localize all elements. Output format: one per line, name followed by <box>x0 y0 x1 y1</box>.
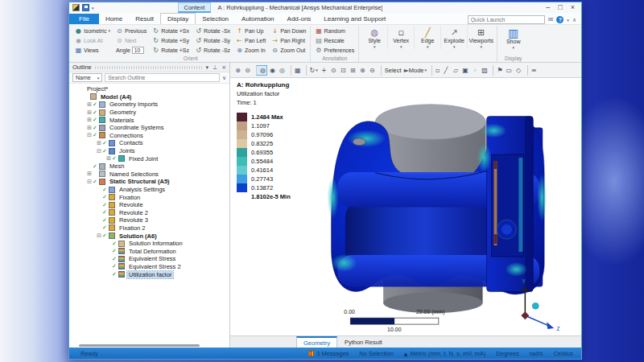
pan-left-button[interactable]: ← Pan Left <box>234 35 267 45</box>
zoom-out-button[interactable]: ⊖ Zoom Out <box>270 45 308 55</box>
style-dropdown[interactable]: ◍ Style <box>361 26 388 49</box>
select-nodes-icon[interactable]: ◦ <box>470 65 479 76</box>
panel-dropdown-icon[interactable]: ▾ <box>206 64 209 71</box>
scrollbar-thumb[interactable] <box>79 344 200 347</box>
tree-item[interactable]: ⊞ ✓ Geometry Imports <box>69 101 229 109</box>
tab-home[interactable]: Home <box>99 14 129 24</box>
magnify-out-icon[interactable]: ⊖ <box>368 65 377 76</box>
select-elements-icon[interactable]: ▨ <box>480 65 489 76</box>
expander-icon[interactable]: ⊞ <box>86 101 93 108</box>
tree-utilization-factor[interactable]: ✓ Utilization factor <box>69 270 229 278</box>
outline-search-input[interactable] <box>105 73 220 82</box>
tab-result[interactable]: Result <box>129 14 160 24</box>
tree-item[interactable]: ⊞ ✓ Geometry <box>69 109 229 117</box>
pin-icon[interactable]: ⊥ <box>213 64 217 71</box>
zoom-fit-icon[interactable]: ⊖ <box>243 65 252 76</box>
tree-item[interactable]: ⊟ ✓ Connections <box>69 132 229 140</box>
expander-icon[interactable]: ⊟ <box>86 179 93 185</box>
tree-item[interactable]: ⊟ ✓ Solution (A6) <box>69 232 229 240</box>
expander-icon[interactable]: ⊞ <box>96 140 102 146</box>
tree-item[interactable]: ⊞ ✓ Fixed Joint <box>69 154 229 162</box>
tab-selection[interactable]: Selection <box>196 14 235 24</box>
manage-views-icon[interactable]: ▭ <box>505 65 514 76</box>
pan-mode-icon[interactable]: + <box>320 65 328 76</box>
angle-input-row[interactable]: Angle 10 <box>114 45 148 55</box>
tree-item[interactable]: ⊟ ✓ Joints <box>69 147 229 155</box>
tree-project[interactable]: Project* <box>69 85 229 93</box>
show-dropdown[interactable]: ▥ Show <box>500 26 526 50</box>
expander-icon[interactable]: ⊞ <box>86 125 93 131</box>
tab-display[interactable]: Display <box>160 13 196 24</box>
select-bodies-icon[interactable]: ▣ <box>460 65 469 76</box>
shaded-exterior-edges-icon[interactable]: ◍ <box>256 65 267 76</box>
rotate-plus-sz-button[interactable]: ↻ Rotate +Sz <box>151 45 191 55</box>
rotate-minus-sx-button[interactable]: ↺ Rotate -Sx <box>193 26 232 35</box>
look-at-button[interactable]: ◉ Look At <box>73 35 112 45</box>
tree-item[interactable]: ⊞ ✓ Coordinate Systems <box>69 124 229 132</box>
pan-down-button[interactable]: ↓ Pan Down <box>270 26 308 35</box>
panel-drag-handle[interactable] <box>95 66 202 69</box>
annotation-preferences-button[interactable]: ⚙ Preferences <box>313 45 356 55</box>
close-button[interactable]: × <box>571 4 575 11</box>
rotate-mode-icon[interactable]: ↻ <box>306 65 319 76</box>
context-tab[interactable]: Context <box>178 2 212 13</box>
show-mesh-icon[interactable]: ▦ <box>291 65 302 76</box>
tree-item[interactable]: ⊟ ✓ Static Structural (A5) <box>69 178 229 186</box>
wireframe-toggle-icon[interactable]: ◇ <box>514 65 523 76</box>
select-vertices-icon[interactable]: ▫ <box>431 65 440 76</box>
explode-dropdown[interactable]: ↗ Explode <box>441 26 468 49</box>
select-label[interactable]: Select <box>381 65 402 76</box>
temperature-status[interactable]: Celsius <box>553 350 573 357</box>
rotate-minus-sy-button[interactable]: ↺ Rotate -Sy <box>193 35 232 45</box>
tree-item[interactable]: ✓ Equivalent Stress <box>69 255 229 263</box>
tree-item[interactable]: ✓ Equivalent Stress 2 <box>69 263 229 271</box>
rescale-annotation-button[interactable]: ▤ Rescale <box>313 35 356 45</box>
units-button[interactable]: ▲ Metric (mm, t, N, s, mV, mA) <box>404 350 486 357</box>
label-annotation-icon[interactable]: ⚑ <box>493 65 503 76</box>
legend-toggle-icon[interactable]: ≡ <box>527 65 538 76</box>
tab-geometry[interactable]: Geometry <box>296 336 337 348</box>
tab-add-ons[interactable]: Add-ons <box>281 14 318 24</box>
rotate-minus-sz-button[interactable]: ↺ Rotate -Sz <box>193 45 232 55</box>
collapse-ribbon-icon[interactable]: ∧ <box>572 17 576 23</box>
viewports-dropdown[interactable]: ⊞ Viewports <box>468 26 494 49</box>
quick-access-dropdown-icon[interactable]: ▾ <box>92 6 94 10</box>
tree-item[interactable]: ✓ Total Deformation <box>69 247 229 255</box>
tab-file[interactable]: File <box>69 14 99 24</box>
expander-icon[interactable]: ⊟ <box>96 148 102 154</box>
tree-item[interactable]: ⊞ ✓ Contacts <box>69 139 229 147</box>
tree-item[interactable]: ✓ Analysis Settings <box>69 186 229 194</box>
tree-model[interactable]: Model (A4) <box>69 93 229 101</box>
shaded-exterior-icon[interactable]: ◉ <box>268 65 277 76</box>
feedback-icon[interactable]: ✉ <box>548 16 554 23</box>
messages-button[interactable]: 3 Messages <box>308 350 349 357</box>
next-view-button[interactable]: ⊙ Next <box>114 35 148 45</box>
tree-item[interactable]: ✓ Revolute 3 <box>69 216 229 224</box>
expander-icon[interactable]: ⊞ <box>86 171 93 177</box>
previous-view-button[interactable]: ⊙ Previous <box>114 26 148 35</box>
isometric-button[interactable]: ● Isometric <box>73 26 112 35</box>
zoom-to-fit-icon[interactable]: ⊞ <box>349 65 357 76</box>
tab-python-result[interactable]: Python Result <box>337 336 390 348</box>
select-faces-icon[interactable]: ▱ <box>451 65 460 76</box>
box-zoom-icon[interactable]: ⊡ <box>339 65 348 76</box>
pipe-coupling-model[interactable] <box>327 105 547 314</box>
select-mode-dropdown[interactable]: ► Mode <box>403 65 427 76</box>
quick-launch-input[interactable] <box>468 15 545 24</box>
graphics-viewport[interactable]: 0.00 20.00 (mm) 10.00 Y <box>230 78 581 335</box>
random-colors-button[interactable]: ▦ Random <box>313 26 356 35</box>
expander-icon[interactable]: ⊞ <box>86 117 93 123</box>
magnify-in-icon[interactable]: ⊕ <box>358 65 367 76</box>
zoom-box-icon[interactable]: ⊕ <box>233 65 242 76</box>
rotate-plus-sy-button[interactable]: ↻ Rotate +Sy <box>151 35 191 45</box>
angle-unit-status[interactable]: Degrees <box>496 350 518 357</box>
minimize-button[interactable]: – <box>546 4 550 11</box>
pan-right-button[interactable]: → Pan Right <box>270 35 308 45</box>
zoom-mode-icon[interactable]: ⊙ <box>329 65 338 76</box>
pan-up-button[interactable]: ↑ Pan Up <box>234 26 267 35</box>
save-icon[interactable] <box>82 4 89 11</box>
expander-icon[interactable]: ⊞ <box>105 155 112 162</box>
tree-item[interactable]: ✓ Fixation 2 <box>69 224 229 232</box>
select-edges-icon[interactable]: ╱ <box>441 65 450 76</box>
tree-item[interactable]: ⊞ ✓ Materials <box>69 116 229 124</box>
